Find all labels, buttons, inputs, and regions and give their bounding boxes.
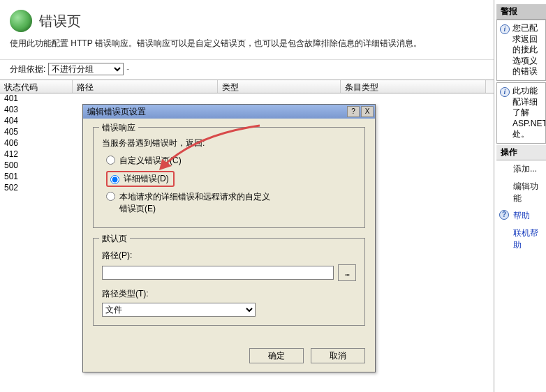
th-type[interactable]: 类型 (218, 80, 341, 93)
path-input[interactable] (102, 266, 334, 280)
radio-mixed-errors-input[interactable] (106, 192, 115, 201)
error-response-note: 当服务器遇到错误时，返回: (102, 137, 356, 149)
radio-detailed-errors-label[interactable]: 详细错误(D) (124, 173, 169, 185)
radio-detailed-errors-row: 详细错误(D) (106, 171, 356, 187)
default-page-fieldset: 默认页 路径(P): ... 路径类型(T): 文件 (93, 238, 365, 326)
dialog-help-button[interactable]: ? (347, 106, 360, 117)
page-description: 使用此功能配置 HTTP 错误响应。错误响应可以是自定义错误页，也可以是包含故障… (0, 38, 494, 59)
dialog-body: 错误响应 当服务器遇到错误时，返回: 自定义错误页(C) 详细错误(D) 本地请… (83, 119, 375, 342)
th-path[interactable]: 路径 (73, 80, 218, 93)
radio-mixed-errors[interactable]: 本地请求的详细错误和远程请求的自定义错误页(E) (106, 191, 356, 215)
globe-icon (10, 10, 32, 32)
dialog-title: 编辑错误页设置 (84, 106, 346, 118)
path-type-label: 路径类型(T): (102, 288, 356, 300)
edit-error-page-settings-dialog: 编辑错误页设置 ? X 错误响应 当服务器遇到错误时，返回: 自定义错误页(C)… (82, 104, 376, 372)
page-title: 错误页 (39, 12, 81, 31)
error-response-legend: 错误响应 (99, 122, 138, 134)
dialog-close-button[interactable]: X (361, 106, 374, 117)
table-header: 状态代码 路径 类型 条目类型 (0, 80, 494, 93)
action-add[interactable]: 添加... (496, 160, 546, 178)
radio-detailed-errors-input[interactable] (110, 175, 119, 184)
group-by-label: 分组依据: (10, 63, 45, 75)
actions-title: 操作 (496, 145, 546, 160)
radio-detailed-errors-highlight: 详细错误(D) (106, 171, 175, 187)
path-row: ... (102, 264, 356, 281)
cancel-button[interactable]: 取消 (311, 348, 365, 363)
radio-custom-error-page[interactable]: 自定义错误页(C) (106, 155, 356, 167)
info-icon: i (500, 87, 510, 97)
dialog-footer: 确定 取消 (83, 342, 375, 372)
browse-button[interactable]: ... (338, 264, 356, 281)
dialog-titlebar[interactable]: 编辑错误页设置 ? X (83, 105, 375, 119)
ok-button[interactable]: 确定 (249, 348, 304, 363)
action-edit[interactable]: 编辑功能 (496, 178, 546, 207)
group-by-select[interactable]: 不进行分组 (48, 63, 124, 75)
side-panel: 警报 i 您已配求返回的接此选项义的错误 i 此功能配详细了解ASP.NET处。… (496, 4, 546, 392)
alert-item: i 此功能配详细了解ASP.NET处。 (496, 82, 546, 144)
radio-custom-error-page-input[interactable] (106, 156, 115, 165)
alert-item: i 您已配求返回的接此选项义的错误 (496, 20, 546, 81)
action-online-help[interactable]: 联机帮助 (496, 225, 546, 254)
alerts-title: 警报 (496, 4, 546, 20)
path-label: 路径(P): (102, 250, 356, 262)
table-row[interactable]: 401 (0, 93, 494, 105)
default-page-legend: 默认页 (99, 233, 130, 245)
action-help[interactable]: ? 帮助 (496, 207, 546, 225)
group-by-row: 分组依据: 不进行分组 - (0, 59, 494, 78)
th-status-code[interactable]: 状态代码 (0, 80, 73, 93)
info-icon: i (500, 24, 510, 34)
help-icon: ? (499, 210, 509, 220)
group-dash: - (126, 64, 129, 74)
path-type-select[interactable]: 文件 (102, 303, 256, 317)
page-header: 错误页 (0, 0, 494, 38)
th-entry-type[interactable]: 条目类型 (341, 80, 486, 93)
error-response-fieldset: 错误响应 当服务器遇到错误时，返回: 自定义错误页(C) 详细错误(D) 本地请… (93, 127, 365, 228)
